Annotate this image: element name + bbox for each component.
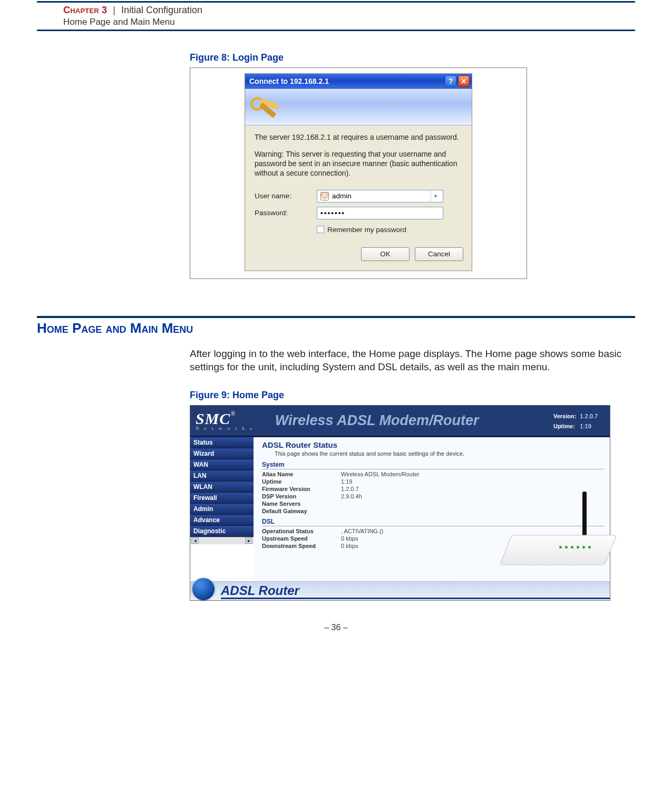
- scroll-left-icon[interactable]: ◂: [191, 537, 199, 544]
- system-row: Uptime1:19: [262, 478, 605, 485]
- system-value: 1:19: [341, 478, 352, 485]
- router-footer-text: ADSL Router: [221, 583, 299, 598]
- dsl-value: , ACTIVATING.(): [341, 528, 383, 534]
- page-number: – 36 –: [37, 623, 635, 632]
- chapter-label: Chapter 3: [63, 5, 107, 15]
- system-value: 1.2.0.7: [341, 486, 359, 492]
- dsl-key: Operational Status: [262, 528, 341, 534]
- dialog-title: Connect to 192.168.2.1: [249, 77, 443, 85]
- dsl-row: Downstream Speed0 kbps: [262, 542, 605, 550]
- sidebar-item-advance[interactable]: Advance: [190, 515, 254, 526]
- system-value: Wireless ADSL Modem/Router: [341, 471, 420, 477]
- system-row: DSP Version2.9.0.4h: [262, 493, 605, 500]
- figure8: Connect to 192.168.2.1 ? ✕ The server 19…: [190, 68, 527, 279]
- username-value: admin: [332, 192, 352, 200]
- system-key: Uptime: [262, 478, 341, 485]
- globe-icon: [192, 578, 215, 600]
- system-key: Default Gateway: [262, 508, 341, 514]
- dsl-value: 0 kbps: [341, 543, 358, 549]
- figure9: SMC® N e t w o r k s Wireless ADSL Modem…: [190, 405, 610, 601]
- system-value: 2.9.0.4h: [341, 493, 362, 499]
- figure8-caption: Figure 8: Login Page: [190, 52, 635, 63]
- sidebar-item-wizard[interactable]: Wizard: [190, 448, 254, 459]
- router-header-title: Wireless ADSL Modem/Router: [275, 412, 479, 429]
- close-icon[interactable]: ✕: [458, 75, 470, 87]
- section-intro: After logging in to the web interface, t…: [190, 347, 635, 374]
- dialog-titlebar: Connect to 192.168.2.1 ? ✕: [245, 74, 472, 89]
- remember-checkbox[interactable]: [317, 226, 324, 233]
- username-label: User name:: [255, 192, 317, 200]
- dsl-row: Upstream Speed0 kbps: [262, 535, 605, 542]
- system-key: Name Servers: [262, 501, 341, 507]
- status-subtitle: This page shows the current status and s…: [275, 450, 605, 457]
- help-icon[interactable]: ?: [445, 75, 456, 87]
- sidebar-item-admin[interactable]: Admin: [190, 504, 254, 515]
- router-content: ADSL Router Status This page shows the c…: [254, 437, 610, 581]
- dsl-row: Operational Status, ACTIVATING.(): [262, 527, 605, 535]
- sidebar-item-lan[interactable]: LAN: [190, 470, 254, 482]
- system-key: DSP Version: [262, 493, 341, 499]
- login-dialog: Connect to 192.168.2.1 ? ✕ The server 19…: [245, 73, 472, 271]
- system-row: Firmware Version1.2.0.7: [262, 485, 605, 493]
- dialog-text-1: The server 192.168.2.1 at requires a use…: [255, 133, 462, 142]
- cancel-button[interactable]: Cancel: [415, 247, 463, 261]
- chapter-separator: |: [113, 5, 115, 15]
- router-header: SMC® N e t w o r k s Wireless ADSL Modem…: [190, 406, 610, 437]
- sidebar-item-wan[interactable]: WAN: [190, 459, 254, 470]
- system-row: Name Servers: [262, 500, 605, 507]
- router-header-info: Version:1.2.0.7 Uptime:1:19: [552, 411, 599, 432]
- keys-icon: [248, 93, 283, 121]
- sidebar-item-firewall[interactable]: Firewall: [190, 493, 254, 504]
- remember-label: Remember my password: [327, 226, 406, 234]
- status-title: ADSL Router Status: [262, 440, 605, 449]
- chevron-down-icon[interactable]: ▾: [431, 191, 440, 201]
- password-value: •••••••: [320, 209, 345, 217]
- system-key: Firmware Version: [262, 486, 341, 492]
- system-group-label: System: [262, 461, 605, 469]
- chapter-title: Initial Configuration: [121, 5, 202, 15]
- dialog-banner: [245, 89, 472, 126]
- section-heading: Home Page and Main Menu: [37, 320, 635, 336]
- router-footer: ADSL Router: [190, 581, 610, 600]
- ok-button[interactable]: OK: [361, 247, 410, 261]
- scroll-right-icon[interactable]: ▸: [245, 537, 252, 544]
- sidebar-item-status[interactable]: Status: [190, 437, 254, 448]
- user-icon: [320, 192, 329, 200]
- brand-logo: SMC® N e t w o r k s: [196, 410, 254, 431]
- password-input[interactable]: •••••••: [317, 207, 443, 219]
- dialog-text-2: Warning: This server is requesting that …: [255, 150, 462, 178]
- system-row: Alias NameWireless ADSL Modem/Router: [262, 470, 605, 478]
- sidebar-item-diagnostic[interactable]: Diagnostic: [190, 526, 254, 537]
- dsl-key: Upstream Speed: [262, 535, 341, 542]
- dsl-key: Downstream Speed: [262, 543, 341, 549]
- password-label: Password:: [255, 209, 317, 217]
- sidebar: StatusWizardWANLANWLANFirewallAdminAdvan…: [190, 437, 254, 581]
- header-subtitle: Home Page and Main Menu: [63, 17, 635, 27]
- figure9-caption: Figure 9: Home Page: [190, 390, 635, 401]
- dsl-group-label: DSL: [262, 518, 605, 526]
- system-key: Alias Name: [262, 471, 341, 477]
- sidebar-scrollbar[interactable]: ◂ ▸: [190, 537, 254, 544]
- system-row: Default Gateway: [262, 507, 605, 515]
- dsl-value: 0 kbps: [341, 535, 358, 542]
- sidebar-item-wlan[interactable]: WLAN: [190, 482, 254, 493]
- username-input[interactable]: admin ▾: [317, 190, 443, 203]
